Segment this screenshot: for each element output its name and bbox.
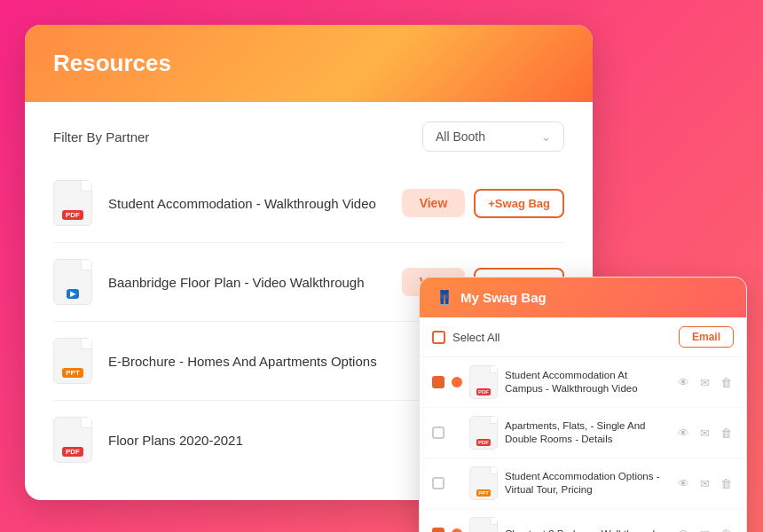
swag-bag-panel: 👖 My Swag Bag Select All Email PDF Stude…	[419, 277, 747, 532]
swag-item-checkbox[interactable]	[432, 528, 444, 532]
file-icon-video: ▶	[53, 259, 92, 305]
swag-bag-header: 👖 My Swag Bag	[420, 278, 746, 317]
file-icon-ppt: PPT	[53, 338, 92, 384]
select-all-row: Select All Email	[420, 317, 746, 357]
swag-item-checkbox[interactable]	[432, 426, 444, 439]
view-button[interactable]: View	[402, 189, 466, 217]
delete-icon[interactable]: 🗑	[718, 526, 734, 532]
resource-name: Student Accommodation - Walkthrough Vide…	[108, 196, 402, 211]
filter-dropdown[interactable]: All Booth ⌄	[422, 121, 564, 152]
swag-item-name: Student Accommodation Options - Virtual …	[505, 470, 668, 497]
email-button[interactable]: Email	[679, 326, 734, 348]
swag-bag-button[interactable]: +Swag Bag	[474, 189, 564, 218]
filter-label: Filter By Partner	[53, 129, 149, 145]
delete-icon[interactable]: 🗑	[718, 475, 734, 491]
card-title: Resources	[53, 50, 564, 77]
email-icon[interactable]: ✉	[696, 526, 712, 532]
swag-list-item: PPT Student Accommodation Options - Virt…	[420, 458, 746, 509]
filter-value: All Booth	[436, 129, 485, 144]
eye-icon[interactable]: 👁	[675, 526, 691, 532]
eye-icon[interactable]: 👁	[675, 425, 691, 441]
card-header: Resources	[25, 25, 593, 102]
file-icon-pdf: PDF	[53, 180, 92, 226]
list-item: PDF Student Accommodation - Walkthrough …	[53, 164, 564, 242]
resource-name: Baanbridge Floor Plan - Video Walkthroug…	[108, 275, 402, 290]
swag-list-item: PDF Apartments, Flats, - Single And Doub…	[420, 408, 746, 458]
email-icon[interactable]: ✉	[696, 374, 712, 390]
select-all-checkbox[interactable]	[432, 331, 445, 344]
bag-icon: 👖	[436, 289, 453, 306]
file-type-label: ▶	[67, 289, 79, 299]
file-type-label: PPT	[62, 368, 83, 378]
swag-item-actions: 👁 ✉ 🗑	[675, 475, 734, 491]
select-all-left: Select All	[432, 331, 499, 344]
swag-file-icon: PDF	[469, 416, 498, 450]
file-type-label: PDF	[62, 210, 83, 220]
orange-dot	[452, 528, 462, 532]
swag-item-checkbox[interactable]	[432, 477, 444, 489]
swag-file-icon: PPT	[469, 466, 498, 500]
swag-item-name: Chestnut 2 Bedroom Walkthrough	[505, 528, 668, 532]
email-icon[interactable]: ✉	[696, 425, 712, 441]
swag-file-icon: PDF	[469, 365, 498, 399]
swag-file-type: PDF	[476, 439, 491, 446]
orange-dot	[452, 377, 462, 387]
file-icon-pdf2: PDF	[53, 417, 92, 463]
swag-item-actions: 👁 ✉ 🗑	[675, 526, 734, 532]
swag-file-icon: ▶	[469, 517, 498, 532]
file-type-label: PDF	[62, 447, 83, 457]
swag-item-actions: 👁 ✉ 🗑	[675, 425, 734, 441]
swag-list-item: PDF Student Accommodation At Campus - Wa…	[420, 357, 746, 408]
filter-row: Filter By Partner All Booth ⌄	[53, 102, 564, 164]
swag-item-checkbox[interactable]	[432, 376, 444, 388]
swag-list-item: ▶ Chestnut 2 Bedroom Walkthrough 👁 ✉ 🗑	[420, 509, 746, 532]
resource-actions: View +Swag Bag	[402, 189, 564, 218]
swag-file-type: PPT	[476, 489, 491, 497]
email-icon[interactable]: ✉	[696, 475, 712, 491]
swag-bag-title: My Swag Bag	[460, 290, 547, 305]
swag-file-type: PDF	[476, 388, 491, 395]
eye-icon[interactable]: 👁	[675, 475, 691, 491]
delete-icon[interactable]: 🗑	[718, 374, 734, 390]
swag-item-actions: 👁 ✉ 🗑	[675, 374, 734, 390]
select-all-label: Select All	[452, 331, 499, 344]
delete-icon[interactable]: 🗑	[718, 425, 734, 441]
swag-item-name: Apartments, Flats, - Single And Double R…	[505, 419, 668, 446]
eye-icon[interactable]: 👁	[675, 374, 691, 390]
swag-item-name: Student Accommodation At Campus - Walkth…	[505, 369, 668, 395]
chevron-down-icon: ⌄	[541, 130, 551, 144]
